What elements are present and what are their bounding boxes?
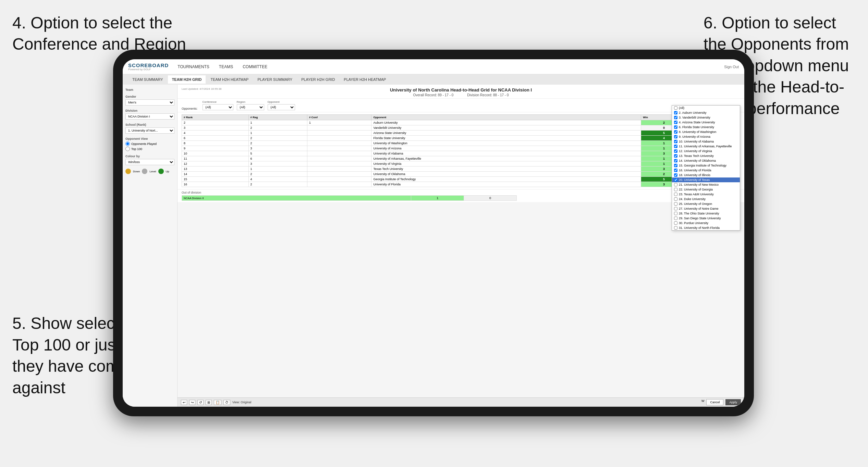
timer-button[interactable]: ⏱ (223, 400, 230, 405)
dropdown-item[interactable]: 9. University of Arizona (672, 134, 740, 139)
redo-button[interactable]: ↪ (189, 400, 195, 405)
table-row: 10 5 University of Alabama 3 0 (182, 151, 740, 156)
conference-select[interactable]: (All) (203, 104, 233, 110)
odd-row: NCAA Division II 1 0 (182, 196, 517, 201)
level-color-dot (142, 169, 147, 174)
reset-button[interactable]: ↺ (197, 400, 204, 405)
cell-rag: 3 (248, 161, 307, 167)
tab-team-h2h-grid[interactable]: TEAM H2H GRID (168, 75, 206, 84)
dropdown-item[interactable]: 25. University of Oregon (672, 201, 740, 206)
dropdown-item[interactable]: 21. University of New Mexico (672, 182, 740, 187)
opponent-select[interactable]: (All) (268, 104, 295, 110)
dropdown-item[interactable]: 6. Florida State University (672, 125, 740, 130)
cell-conf (307, 182, 371, 187)
dropdown-item[interactable]: 20. University of Texas (672, 177, 740, 182)
opponents-label: Opponents: (182, 107, 198, 110)
dropdown-item[interactable]: 2. Auburn University (672, 112, 740, 115)
sign-out[interactable]: Sign Out (724, 65, 739, 69)
table-row: 3 2 Vanderbilt University 0 4 (182, 125, 740, 131)
bottom-toolbar: ↩ ↪ ↺ ⊞ 📋 ⏱ View: Original W Cancel Appl… (178, 397, 744, 407)
dropdown-item[interactable]: 16. University of Florida (672, 168, 740, 173)
dropdown-item[interactable]: 31. University of North Florida (672, 225, 740, 230)
cell-rank: 10 (182, 151, 249, 156)
page-title: University of North Carolina Head-to-Hea… (182, 87, 740, 93)
nav-teams[interactable]: TEAMS (217, 63, 235, 71)
cell-rag: 2 (248, 141, 307, 146)
dropdown-item[interactable]: 15. Georgia Institute of Technology (672, 163, 740, 168)
dropdown-item[interactable]: 8. University of Washington (672, 130, 740, 134)
cell-rank: 6 (182, 136, 249, 141)
odd-table: NCAA Division II 1 0 (182, 195, 517, 201)
undo-button[interactable]: ↩ (181, 400, 187, 405)
table-row: 2 1 1 Auburn University 2 1 (182, 120, 740, 125)
gender-label: Gender (125, 95, 174, 98)
odd-name: NCAA Division II (182, 196, 411, 201)
main-content: Team Gender Men's Division NCAA Division… (123, 85, 744, 407)
opponent-filter-label: Opponent (268, 100, 295, 103)
colour-select[interactable]: Win/loss (125, 159, 174, 165)
odd-win: 1 (411, 196, 464, 201)
nav-committee[interactable]: COMMITTEE (241, 63, 269, 71)
cell-opponent: University of Florida (371, 182, 641, 187)
cell-rag: 1 (248, 131, 307, 136)
tab-team-summary[interactable]: TEAM SUMMARY (128, 75, 167, 84)
dropdown-item[interactable]: 28. The Ohio State University (672, 211, 740, 216)
cell-conf (307, 136, 371, 141)
division-select[interactable]: NCAA Division I (125, 113, 174, 120)
cell-conf (307, 177, 371, 182)
table-container: # Rank # Rag # Conf Opponent Win Loss (178, 112, 744, 397)
radio-opponents-played[interactable]: Opponents Played (125, 142, 174, 146)
col-rank: # Rank (182, 115, 249, 120)
tab-team-h2h-heatmap[interactable]: TEAM H2H HEATMAP (206, 75, 253, 84)
school-select[interactable]: 1. University of Nort... (125, 127, 174, 134)
cell-rag: 2 (248, 172, 307, 177)
cell-opponent: Auburn University (371, 120, 641, 125)
dropdown-item-label: 12. University of Virginia (679, 149, 712, 153)
dropdown-item-label: 16. University of Florida (679, 169, 711, 172)
dropdown-item[interactable]: 18. University of Illinois (672, 173, 740, 177)
apply-button[interactable]: Apply (725, 399, 741, 405)
dropdown-item[interactable]: 10. University of Alabama (672, 139, 740, 144)
dropdown-item[interactable]: 30. Purdue University (672, 221, 740, 225)
tab-player-h2h-heatmap[interactable]: PLAYER H2H HEATMAP (340, 75, 390, 84)
logo: SCOREBOARD Powered by GOLF (128, 63, 169, 71)
nav-tournaments[interactable]: TOURNAMENTS (175, 63, 211, 71)
dropdown-item[interactable]: 11. University of Arkansas, Fayetteville (672, 144, 740, 149)
cancel-button[interactable]: Cancel (706, 399, 723, 405)
up-label: Up (166, 170, 169, 173)
radio-top100[interactable]: Top 100 (125, 147, 174, 151)
dropdown-item[interactable]: 23. Texas A&M University (672, 192, 740, 197)
dropdown-item[interactable]: 24. Duke University (672, 197, 740, 201)
tab-player-h2h-grid[interactable]: PLAYER H2H GRID (297, 75, 339, 84)
odd-loss: 0 (464, 196, 517, 201)
dropdown-item[interactable]: 14. University of Oklahoma (672, 158, 740, 163)
table-row: 13 1 Texas Tech University 3 0 (182, 167, 740, 172)
cell-conf (307, 151, 371, 156)
dropdown-item[interactable]: 29. San Diego State University (672, 216, 740, 221)
annotation-top-left: 4. Option to select the Conference and R… (12, 12, 191, 55)
dropdown-item[interactable]: 27. University of Notre Dame (672, 206, 740, 211)
cell-rank: 16 (182, 182, 249, 187)
opponent-dropdown[interactable]: (All)2. Auburn University3. Vanderbilt U… (672, 112, 740, 231)
sub-nav: TEAM SUMMARY TEAM H2H GRID TEAM H2H HEAT… (123, 74, 744, 85)
col-rag: # Rag (248, 115, 307, 120)
paste-button[interactable]: 📋 (214, 400, 221, 405)
col-opponent: Opponent (371, 115, 641, 120)
dropdown-item[interactable]: 3. Vanderbilt University (672, 115, 740, 120)
cell-opponent: University of Oklahoma (371, 172, 641, 177)
dropdown-item[interactable]: 4. Arizona State University (672, 120, 740, 125)
cell-rag: 1 (248, 167, 307, 172)
copy-button[interactable]: ⊞ (206, 400, 212, 405)
dropdown-item[interactable]: 13. Texas Tech University (672, 153, 740, 158)
gender-select[interactable]: Men's (125, 99, 174, 106)
table-row: 4 1 Arizona State University 5 1 (182, 131, 740, 136)
last-updated: Last Updated: 4/7/2024 16:55:38 (182, 87, 222, 90)
tab-player-summary[interactable]: PLAYER SUMMARY (253, 75, 296, 84)
table-row: 11 6 University of Arkansas, Fayettevill… (182, 156, 740, 161)
dropdown-item[interactable]: 22. University of Georgia (672, 187, 740, 192)
dropdown-item-label: 20. University of Texas (679, 178, 710, 182)
dropdown-item[interactable]: 12. University of Virginia (672, 149, 740, 153)
region-select[interactable]: (All) (237, 104, 264, 110)
cell-opponent: Georgia Institute of Technology (371, 177, 641, 182)
cell-conf (307, 141, 371, 146)
